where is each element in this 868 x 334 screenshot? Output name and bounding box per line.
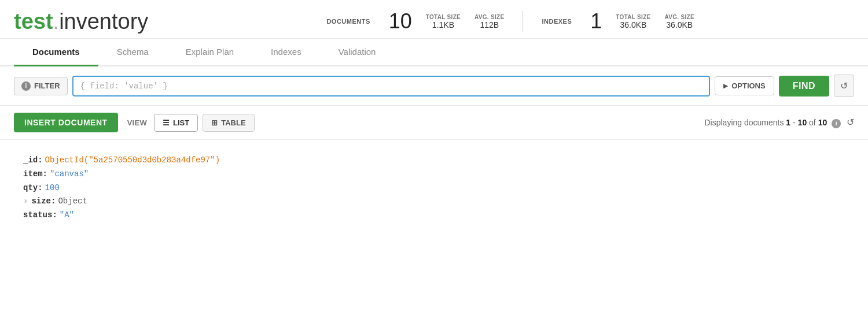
indexes-stats: INDEXES 1 TOTAL SIZE 36.0KB AVG. SIZE 36… xyxy=(523,11,712,32)
logo-inventory: inventory xyxy=(59,9,148,34)
field-size: › size: Object xyxy=(23,195,845,209)
total-count: 10 xyxy=(818,118,827,127)
indexes-count: 1 xyxy=(590,11,602,32)
total-size-docs: TOTAL SIZE 1.1KB xyxy=(426,14,461,29)
expand-icon[interactable]: › xyxy=(23,195,28,209)
view-label: VIEW xyxy=(127,118,147,127)
tab-documents[interactable]: Documents xyxy=(14,39,98,66)
stats-bar: DOCUMENTS 10 TOTAL SIZE 1.1KB AVG. SIZE … xyxy=(167,11,854,32)
field-value-size: Object xyxy=(58,195,87,209)
insert-document-button[interactable]: INSERT DOCUMENT xyxy=(14,113,118,132)
reset-button[interactable]: ↺ xyxy=(834,75,854,97)
options-button[interactable]: ▶ OPTIONS xyxy=(715,76,774,95)
table-view-button[interactable]: ⊞ TABLE xyxy=(203,114,254,132)
documents-stats: DOCUMENTS 10 TOTAL SIZE 1.1KB AVG. SIZE … xyxy=(308,11,523,32)
avg-size-idx-label: AVG. SIZE xyxy=(665,14,694,20)
avg-size-docs: AVG. SIZE 112B xyxy=(475,14,504,29)
field-status: status: "A" xyxy=(23,209,845,222)
filter-button[interactable]: i FILTER xyxy=(14,77,68,95)
filter-toolbar: i FILTER ▶ OPTIONS FIND ↺ xyxy=(0,66,868,106)
of-text: of xyxy=(809,118,818,127)
list-label: LIST xyxy=(173,118,189,127)
field-value-item: "canvas" xyxy=(50,168,89,181)
tab-indexes[interactable]: Indexes xyxy=(252,39,320,66)
avg-size-docs-label: AVG. SIZE xyxy=(475,14,504,20)
total-size-docs-value: 1.1KB xyxy=(432,20,454,29)
field-value-id: ObjectId("5a2570550d3d0b283a4dfe97") xyxy=(45,154,220,168)
field-name-id: _id: xyxy=(23,154,43,168)
filter-label: FILTER xyxy=(34,81,60,90)
tab-schema[interactable]: Schema xyxy=(98,39,167,66)
arrow-right-icon: ▶ xyxy=(723,83,728,89)
document-area: _id: ObjectId("5a2570550d3d0b283a4dfe97"… xyxy=(0,140,868,236)
field-qty: qty: 100 xyxy=(23,181,845,195)
indexes-label: INDEXES xyxy=(542,18,572,25)
field-id: _id: ObjectId("5a2570550d3d0b283a4dfe97"… xyxy=(23,154,845,168)
displaying-text: Displaying documents xyxy=(704,118,784,127)
documents-count: 10 xyxy=(389,11,412,32)
displaying-info: Displaying documents 1 - 10 of 10 i ↺ xyxy=(704,117,854,128)
field-value-status: "A" xyxy=(60,209,74,222)
field-value-qty: 100 xyxy=(45,181,60,195)
action-bar: INSERT DOCUMENT VIEW ☰ LIST ⊞ TABLE Disp… xyxy=(0,106,868,140)
avg-size-docs-value: 112B xyxy=(480,20,499,29)
info-circle-icon: i xyxy=(21,81,31,91)
field-name-size: size: xyxy=(31,195,56,209)
table-icon: ⊞ xyxy=(211,118,218,127)
filter-input[interactable] xyxy=(72,76,711,97)
range-sep: - xyxy=(793,118,798,127)
avg-size-idx-value: 36.0KB xyxy=(666,20,693,29)
tab-validation[interactable]: Validation xyxy=(320,39,395,66)
total-size-idx-value: 36.0KB xyxy=(620,20,646,29)
field-name-status: status: xyxy=(23,209,57,222)
tabs-bar: Documents Schema Explain Plan Indexes Va… xyxy=(0,39,868,66)
logo-dot: . xyxy=(53,9,60,34)
table-label: TABLE xyxy=(221,118,245,127)
field-name-qty: qty: xyxy=(23,181,43,195)
list-view-button[interactable]: ☰ LIST xyxy=(154,114,198,132)
documents-label: DOCUMENTS xyxy=(326,18,370,25)
refresh-button[interactable]: ↺ xyxy=(847,117,854,128)
field-name-item: item: xyxy=(23,168,47,181)
total-size-docs-label: TOTAL SIZE xyxy=(426,14,461,20)
logo-test: test xyxy=(14,9,53,34)
find-button[interactable]: FIND xyxy=(779,76,829,97)
list-icon: ☰ xyxy=(163,118,170,127)
info-icon[interactable]: i xyxy=(832,119,841,128)
logo: test.inventory xyxy=(14,10,148,32)
total-size-idx: TOTAL SIZE 36.0KB xyxy=(616,14,650,29)
documents-sub-stats: TOTAL SIZE 1.1KB AVG. SIZE 112B xyxy=(426,14,505,29)
indexes-sub-stats: TOTAL SIZE 36.0KB AVG. SIZE 36.0KB xyxy=(616,14,694,29)
header: test.inventory DOCUMENTS 10 TOTAL SIZE 1… xyxy=(0,0,868,39)
range-end: 10 xyxy=(798,118,807,127)
range-start: 1 xyxy=(786,118,790,127)
tab-explain-plan[interactable]: Explain Plan xyxy=(167,39,252,66)
options-label: OPTIONS xyxy=(731,81,766,90)
field-item: item: "canvas" xyxy=(23,168,845,181)
total-size-idx-label: TOTAL SIZE xyxy=(616,14,650,20)
avg-size-idx: AVG. SIZE 36.0KB xyxy=(665,14,694,29)
